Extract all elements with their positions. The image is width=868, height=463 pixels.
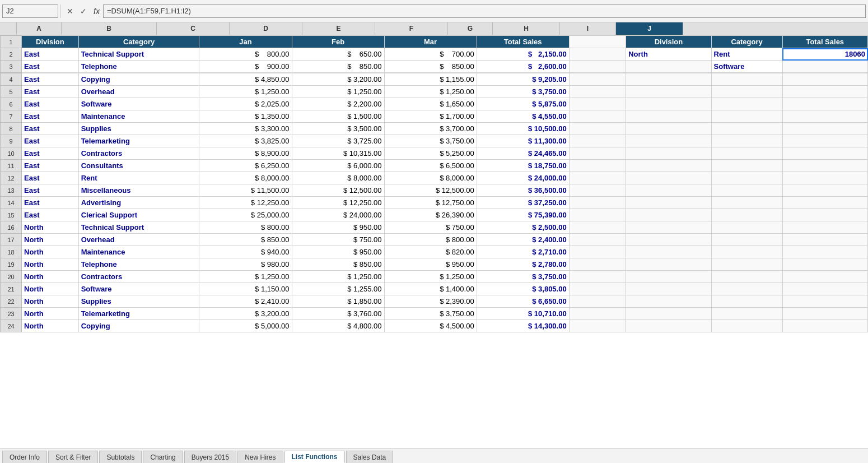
cell-f15[interactable]: $ 75,390.00 — [477, 209, 569, 221]
cell-c11[interactable]: $ 6,250.00 — [199, 160, 292, 172]
cell-i18[interactable] — [711, 246, 782, 258]
cell-g12[interactable] — [569, 172, 626, 184]
cell-d20[interactable]: $ 1,250.00 — [292, 271, 384, 283]
cell-d17[interactable]: $ 750.00 — [292, 234, 384, 246]
cell-a11[interactable]: East — [22, 160, 79, 172]
cell-a22[interactable]: North — [22, 295, 79, 308]
cell-g14[interactable] — [569, 197, 626, 209]
cell-b4[interactable]: Copying — [78, 73, 199, 86]
col-header-h[interactable]: H — [493, 22, 560, 35]
cell-a8[interactable]: East — [22, 123, 79, 135]
cell-j15[interactable] — [782, 209, 867, 221]
cell-a2[interactable]: East — [22, 48, 79, 61]
cell-d24[interactable]: $ 4,800.00 — [292, 320, 384, 332]
cell-e15[interactable]: $ 26,390.00 — [384, 209, 477, 221]
cell-g5[interactable] — [569, 86, 626, 98]
cell-g3[interactable] — [569, 61, 626, 73]
cell-h2[interactable]: North — [626, 48, 711, 61]
col-header-d[interactable]: D — [230, 22, 302, 35]
cell-c2[interactable]: $ 800.00 — [199, 48, 292, 61]
cell-c9[interactable]: $ 3,825.00 — [199, 135, 292, 147]
cell-i8[interactable] — [711, 123, 782, 135]
cell-b9[interactable]: Telemarketing — [78, 135, 199, 147]
cell-j7[interactable] — [782, 110, 867, 123]
header-feb[interactable]: Feb — [292, 36, 384, 48]
cell-b14[interactable]: Advertising — [78, 197, 199, 209]
cell-i17[interactable] — [711, 234, 782, 246]
cell-c8[interactable]: $ 3,300.00 — [199, 123, 292, 135]
cell-e16[interactable]: $ 750.00 — [384, 221, 477, 234]
cell-e9[interactable]: $ 3,750.00 — [384, 135, 477, 147]
cell-i7[interactable] — [711, 110, 782, 123]
cell-e17[interactable]: $ 800.00 — [384, 234, 477, 246]
cell-d3[interactable]: $ 850.00 — [292, 61, 384, 73]
cell-j19[interactable] — [782, 258, 867, 271]
cell-h15[interactable] — [626, 209, 711, 221]
cell-f8[interactable]: $ 10,500.00 — [477, 123, 569, 135]
cell-j18[interactable] — [782, 246, 867, 258]
col-header-f[interactable]: F — [375, 22, 448, 35]
header-h-division[interactable]: Division — [626, 36, 711, 48]
cell-i13[interactable] — [711, 184, 782, 197]
cell-h20[interactable] — [626, 271, 711, 283]
cell-c12[interactable]: $ 8,000.00 — [199, 172, 292, 184]
cell-g16[interactable] — [569, 221, 626, 234]
cell-d12[interactable]: $ 8,000.00 — [292, 172, 384, 184]
cell-b8[interactable]: Supplies — [78, 123, 199, 135]
cell-d7[interactable]: $ 1,500.00 — [292, 110, 384, 123]
cell-f17[interactable]: $ 2,400.00 — [477, 234, 569, 246]
cell-h9[interactable] — [626, 135, 711, 147]
cell-g22[interactable] — [569, 295, 626, 308]
cell-j22[interactable] — [782, 295, 867, 308]
cell-i4[interactable] — [711, 73, 782, 86]
cell-i14[interactable] — [711, 197, 782, 209]
cell-b11[interactable]: Consultants — [78, 160, 199, 172]
cell-j13[interactable] — [782, 184, 867, 197]
col-header-a[interactable]: A — [17, 22, 62, 35]
cell-d23[interactable]: $ 3,760.00 — [292, 308, 384, 320]
header-total-sales[interactable]: Total Sales — [477, 36, 569, 48]
cell-d8[interactable]: $ 3,500.00 — [292, 123, 384, 135]
cell-a16[interactable]: North — [22, 221, 79, 234]
cell-g18[interactable] — [569, 246, 626, 258]
cell-i24[interactable] — [711, 320, 782, 332]
cell-f19[interactable]: $ 2,780.00 — [477, 258, 569, 271]
cell-d5[interactable]: $ 1,250.00 — [292, 86, 384, 98]
cell-e24[interactable]: $ 4,500.00 — [384, 320, 477, 332]
cell-e12[interactable]: $ 8,000.00 — [384, 172, 477, 184]
cell-i10[interactable] — [711, 147, 782, 160]
header-division[interactable]: Division — [22, 36, 79, 48]
col-header-i[interactable]: I — [560, 22, 616, 35]
cell-d21[interactable]: $ 1,255.00 — [292, 283, 384, 295]
cell-b2[interactable]: Technical Support — [78, 48, 199, 61]
cell-h6[interactable] — [626, 98, 711, 110]
header-jan[interactable]: Jan — [199, 36, 292, 48]
cell-i11[interactable] — [711, 160, 782, 172]
cell-f13[interactable]: $ 36,500.00 — [477, 184, 569, 197]
cell-f6[interactable]: $ 5,875.00 — [477, 98, 569, 110]
cell-f7[interactable]: $ 4,550.00 — [477, 110, 569, 123]
cell-a23[interactable]: North — [22, 308, 79, 320]
cell-f20[interactable]: $ 3,750.00 — [477, 271, 569, 283]
cell-e4[interactable]: $ 1,155.00 — [384, 73, 477, 86]
cell-a15[interactable]: East — [22, 209, 79, 221]
cell-j11[interactable] — [782, 160, 867, 172]
cell-c15[interactable]: $ 25,000.00 — [199, 209, 292, 221]
cell-h7[interactable] — [626, 110, 711, 123]
cell-a18[interactable]: North — [22, 246, 79, 258]
cell-d19[interactable]: $ 850.00 — [292, 258, 384, 271]
cell-h3[interactable] — [626, 61, 711, 73]
cell-a19[interactable]: North — [22, 258, 79, 271]
cell-a5[interactable]: East — [22, 86, 79, 98]
cell-e2[interactable]: $ 700.00 — [384, 48, 477, 61]
cell-g21[interactable] — [569, 283, 626, 295]
cell-g10[interactable] — [569, 147, 626, 160]
cell-c14[interactable]: $ 12,250.00 — [199, 197, 292, 209]
cell-d22[interactable]: $ 1,850.00 — [292, 295, 384, 308]
cell-g11[interactable] — [569, 160, 626, 172]
cell-e6[interactable]: $ 1,650.00 — [384, 98, 477, 110]
cell-h12[interactable] — [626, 172, 711, 184]
cell-h14[interactable] — [626, 197, 711, 209]
cell-b22[interactable]: Supplies — [78, 295, 199, 308]
cell-h22[interactable] — [626, 295, 711, 308]
